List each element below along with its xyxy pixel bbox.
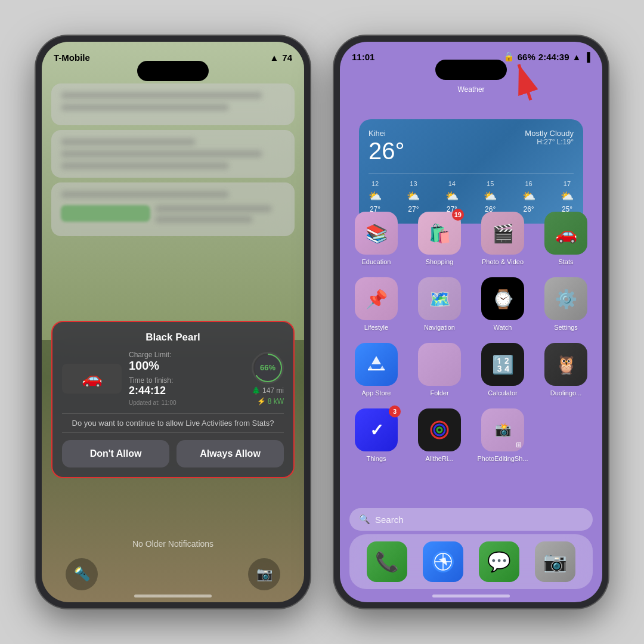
notification-cards [51,83,295,236]
blurred-green-bar [61,205,150,222]
svg-point-4 [434,425,445,435]
always-allow-button[interactable]: Always Allow [177,440,284,467]
live-activity-question: Do you want to continue to allow Live Ac… [62,413,284,433]
forecast-day-13: 13 ⛅ 27° [407,180,420,213]
notif-card-3[interactable] [51,182,295,236]
weather-forecast: 12 ⛅ 27° 13 ⛅ 27° 14 ⛅ 27° [369,174,574,213]
stats-icon: 🚗 [544,212,587,255]
weather-widget[interactable]: Kihei 26° Mostly Cloudy H:27° L:19° 12 ⛅… [359,119,583,224]
dock-messages[interactable]: 💬 [479,541,519,582]
dock-phone[interactable]: 📞 [367,541,407,582]
app-grid: 📚 Education 🛍️ 19 Shopping 🎬 Photo & Vid… [349,212,593,474]
range-value: 🌲 147 mi [252,386,284,395]
forecast-day-16: 16 ⛅ 26° [522,180,535,213]
weather-temp: 26° [369,138,405,164]
things-badge: 3 [389,405,401,417]
calculator-label: Calculator [488,389,518,397]
app-stats[interactable]: 🚗 Stats [539,212,593,265]
watch-label: Watch [494,324,512,331]
folder-icon [418,343,461,386]
things-label: Things [366,455,386,462]
app-navigation[interactable]: 🗺️ Navigation [413,277,466,331]
weather-location: Kihei [369,129,405,138]
settings-label: Settings [554,324,578,331]
time-label: Time to finish: [129,376,244,385]
app-things[interactable]: ✓ 3 Things [349,408,403,462]
photoediting-label: PhotoEditingSh... [477,455,528,462]
search-label: Search [375,515,404,525]
app-empty [539,408,593,462]
tesla-right-info: 66% 🌲 147 mi ⚡ 8 kW [252,352,284,405]
blurred-line [61,150,262,157]
charge-limit-value: 100% [129,359,244,373]
blurred-line [61,138,196,145]
forecast-day-15: 15 ⛅ 26° [484,180,497,213]
folder-label: Folder [430,389,448,397]
search-bar[interactable]: 🔍 Search [349,508,593,531]
app-appstore[interactable]: App Store [349,343,403,397]
app-education[interactable]: 📚 Education [349,212,403,265]
camera-button[interactable]: 📷 [248,558,280,590]
time-value: 2:44:12 [129,385,244,397]
search-icon: 🔍 [359,514,370,525]
lifestyle-icon: 📌 [355,277,398,320]
lock-bottom-bar: 🔦 📷 [42,558,304,590]
dock-safari[interactable] [423,541,463,582]
photoediting-icon: 📸 ⊞ [481,408,524,451]
flashlight-button[interactable]: 🔦 [66,558,98,590]
education-icon: 📚 [355,212,398,255]
svg-point-5 [437,428,442,432]
app-duolingo[interactable]: 🦉 Duolingo... [539,343,593,397]
wifi-icon: ▲ [270,52,278,63]
appstore-icon [355,343,398,386]
app-photoediting[interactable]: 📸 ⊞ PhotoEditingSh... [476,408,530,462]
home-indicator [134,595,212,597]
battery-circle: 66% [252,352,284,384]
alltherings-icon [418,408,461,451]
svg-line-1 [519,64,531,100]
dock-camera[interactable]: 📷 [535,541,575,582]
alltherings-label: AlltheRi... [425,455,453,462]
tesla-live-activity-card: Black Pearl 🚗 Charge Limit: 100% Time to… [51,321,295,478]
blurred-line [61,162,229,169]
blurred-line [155,205,272,212]
weather-condition: Mostly Cloudy [525,129,574,138]
app-shopping[interactable]: 🛍️ 19 Shopping [413,212,466,265]
notif-card-2[interactable] [51,130,295,178]
blurred-line [155,216,252,223]
app-photovideo[interactable]: 🎬 Photo & Video [476,212,530,265]
dock: 📞 💬 📷 [349,534,593,589]
no-older-label: No Older Notifications [42,539,304,549]
charge-limit-label: Charge Limit: [129,351,244,359]
app-lifestyle[interactable]: 📌 Lifestyle [349,277,403,331]
tesla-card-title: Black Pearl [62,332,284,343]
duolingo-icon: 🦉 [544,343,587,386]
app-settings[interactable]: ⚙️ Settings [539,277,593,331]
phone-left: T-Mobile ▲ 74 [36,36,310,608]
forecast-day-17: 17 ⛅ 25° [561,180,574,213]
battery-icon-home: ▐ [584,52,590,62]
tesla-car-icon: 🚗 [62,364,122,394]
weather-widget-label: Weather [349,85,593,94]
dont-allow-button[interactable]: Don't Allow [62,440,169,467]
lock-screen: T-Mobile ▲ 74 [42,42,304,602]
battery-label: 74 [282,52,292,63]
home-screen: 11:01 🔒 66% 2:44:39 ▲ ▐ [340,42,602,602]
power-value: ⚡ 8 kW [257,397,284,405]
phone-right: 11:01 🔒 66% 2:44:39 ▲ ▐ [334,36,608,608]
notif-card-1[interactable] [51,83,295,125]
home-indicator-home [432,595,510,597]
tesla-details: Charge Limit: 100% Time to finish: 2:44:… [129,351,244,406]
tesla-action-buttons: Don't Allow Always Allow [62,440,284,467]
lock-status-bar: T-Mobile ▲ 74 [54,52,292,63]
app-alltherings[interactable]: AlltheRi... [413,408,466,462]
app-folder[interactable]: Folder [413,343,466,397]
app-row-3: App Store Folder 🔢 Calculator [349,343,593,397]
dynamic-island [137,61,209,81]
app-row-4: ✓ 3 Things AlltheRi. [349,408,593,462]
watch-icon: ⌚ [481,277,524,320]
blurred-line [61,92,262,99]
app-watch[interactable]: ⌚ Watch [476,277,530,331]
app-calculator[interactable]: 🔢 Calculator [476,343,530,397]
blurred-line [61,191,229,198]
